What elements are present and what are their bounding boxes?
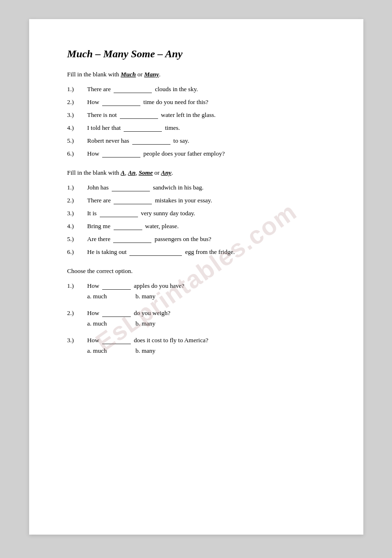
list-item: 3.) There is not water left in the glass… [67, 111, 325, 119]
item-number: 5.) [67, 235, 87, 243]
blank-field[interactable] [102, 98, 140, 106]
choose-options: a. much b. many [87, 293, 325, 300]
option-a: a. much [87, 347, 107, 355]
item-number: 1.) [67, 282, 87, 290]
list-item: 4.) I told her that times. [67, 124, 325, 132]
item-row: 3.) How does it cost to fly to America? [67, 336, 325, 344]
list-item: 2.) There are mistakes in your essay. [67, 196, 325, 204]
item-number: 1.) [67, 184, 87, 191]
list-item: 5.) Are there passengers on the bus? [67, 235, 325, 243]
blank-field[interactable] [120, 111, 158, 119]
section2: Fill in the blank with A, An, Some or An… [67, 169, 325, 256]
option-a: a. much [87, 293, 107, 300]
blank-field[interactable] [102, 149, 140, 158]
list-item: 2.) How time do you need for this? [67, 98, 325, 106]
blank-field[interactable] [114, 85, 152, 93]
option-b: b. many [136, 293, 156, 300]
option-b: b. many [136, 320, 156, 327]
list-item: 1.) There are clouds in the sky. [67, 85, 325, 93]
section1-instruction: Fill in the blank with Much or Many. [67, 71, 325, 78]
section3-instruction: Choose the correct option. [67, 267, 325, 275]
choose-item: 3.) How does it cost to fly to America? … [67, 336, 325, 355]
item-number: 6.) [67, 248, 87, 256]
item-number: 3.) [67, 210, 87, 217]
item-number: 2.) [67, 197, 87, 204]
section2-instruction: Fill in the blank with A, An, Some or An… [67, 169, 325, 177]
item-number: 4.) [67, 222, 87, 230]
blank-field[interactable] [114, 196, 152, 204]
blank-field[interactable] [102, 282, 131, 290]
list-item: 1.) John has sandwich in his bag. [67, 183, 325, 191]
choose-item: 1.) How apples do you have? a. much b. m… [67, 282, 325, 300]
list-item: 5.) Robert never has to say. [67, 137, 325, 145]
blank-field[interactable] [100, 209, 138, 217]
choose-options: a. much b. many [87, 320, 325, 327]
blank-field[interactable] [102, 309, 131, 317]
choose-item: 2.) How do you weigh? a. much b. many [67, 309, 325, 327]
section2-list: 1.) John has sandwich in his bag. 2.) Th… [67, 183, 325, 256]
section1-list: 1.) There are clouds in the sky. 2.) How… [67, 85, 325, 158]
list-item: 3.) It is very sunny day today. [67, 209, 325, 217]
item-number: 2.) [67, 309, 87, 317]
worksheet-page: EsLprintables.com Much – Many Some – Any… [29, 19, 363, 535]
blank-field[interactable] [113, 235, 151, 243]
blank-field[interactable] [129, 248, 182, 256]
item-row: 1.) How apples do you have? [67, 282, 325, 290]
item-number: 6.) [67, 150, 87, 158]
blank-field[interactable] [112, 183, 150, 191]
item-number: 5.) [67, 137, 87, 145]
blank-field[interactable] [124, 124, 162, 132]
blank-field[interactable] [102, 336, 131, 344]
item-row: 2.) How do you weigh? [67, 309, 325, 317]
option-a: a. much [87, 320, 107, 327]
item-number: 3.) [67, 111, 87, 119]
item-number: 1.) [67, 85, 87, 93]
page-title: Much – Many Some – Any [67, 48, 325, 60]
list-item: 6.) How people does your father employ? [67, 149, 325, 158]
section1: Fill in the blank with Much or Many. 1.)… [67, 71, 325, 158]
section3: Choose the correct option. 1.) How apple… [67, 267, 325, 355]
item-number: 4.) [67, 124, 87, 132]
blank-field[interactable] [114, 222, 142, 230]
list-item: 6.) He is taking out egg from the fridge… [67, 248, 325, 256]
list-item: 4.) Bring me water, please. [67, 222, 325, 230]
item-number: 3.) [67, 337, 87, 344]
choose-options: a. much b. many [87, 347, 325, 355]
option-b: b. many [136, 347, 156, 355]
blank-field[interactable] [132, 137, 170, 145]
item-number: 2.) [67, 98, 87, 106]
